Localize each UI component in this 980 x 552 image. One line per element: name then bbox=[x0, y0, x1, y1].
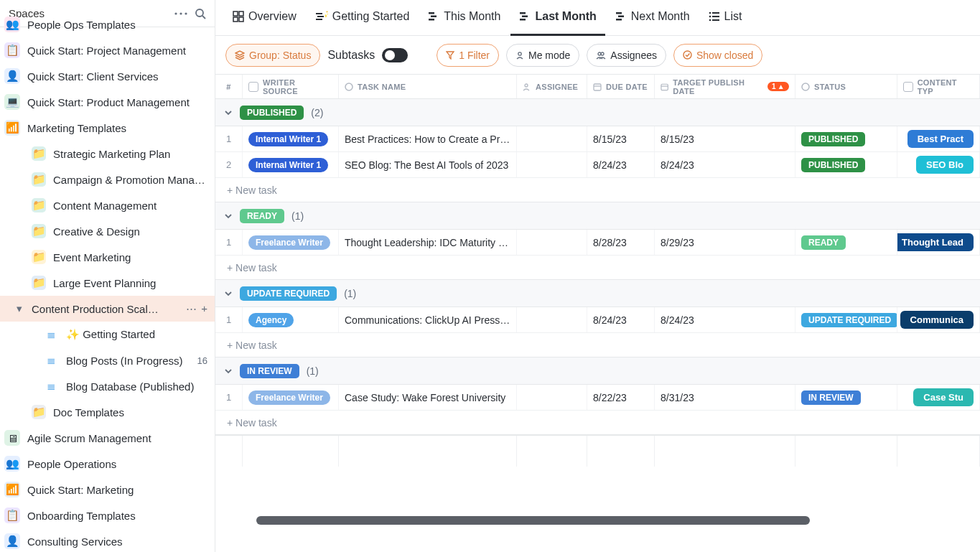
col-writer-source[interactable]: WRITER SOURCE bbox=[243, 75, 339, 98]
cell-writer-source[interactable]: Agency bbox=[243, 307, 339, 332]
col-due-date[interactable]: DUE DATE bbox=[587, 75, 655, 98]
subtasks-toggle[interactable] bbox=[382, 48, 408, 62]
table-row[interactable]: 1Freelance WriterCase Study: Wake Forest… bbox=[215, 385, 980, 411]
chevron-down-icon[interactable]: ▾ bbox=[14, 302, 24, 315]
group-header[interactable]: UPDATE REQUIRED(1) bbox=[215, 280, 980, 307]
sidebar-item[interactable]: 📋Quick Start: Project Management bbox=[0, 37, 215, 63]
cell-assignee[interactable] bbox=[517, 230, 587, 255]
cell-status[interactable]: IN REVIEW bbox=[795, 385, 897, 410]
new-task-button[interactable]: + New task bbox=[215, 411, 980, 435]
cell-due-date[interactable]: 8/28/23 bbox=[587, 230, 655, 255]
col-content-type[interactable]: CONTENT TYP bbox=[897, 75, 980, 98]
more-icon[interactable]: ⋯ bbox=[186, 302, 197, 315]
space-icon: 👤 bbox=[4, 533, 20, 549]
group-header[interactable]: IN REVIEW(1) bbox=[215, 357, 980, 385]
cell-due-date[interactable]: 8/24/23 bbox=[587, 152, 655, 177]
tab-label: Overview bbox=[248, 10, 297, 23]
new-task-button[interactable]: + New task bbox=[215, 178, 980, 202]
new-task-button[interactable]: + New task bbox=[215, 333, 980, 357]
sidebar-item[interactable]: 📁Content Management bbox=[0, 192, 215, 218]
cell-target-date[interactable]: 8/24/23 bbox=[655, 307, 795, 332]
chevron-down-icon[interactable] bbox=[224, 367, 233, 375]
cell-assignee[interactable] bbox=[517, 152, 587, 177]
cell-task-name[interactable]: Communications: ClickUp AI Press… bbox=[339, 307, 517, 332]
add-icon[interactable]: + bbox=[201, 302, 207, 315]
chevron-down-icon[interactable] bbox=[224, 108, 233, 117]
filter-button[interactable]: 1 Filter bbox=[437, 44, 499, 67]
sidebar-item[interactable]: 📁Strategic Marketing Plan bbox=[0, 141, 215, 167]
sidebar-item[interactable]: 📶Quick Start: Marketing bbox=[0, 477, 215, 502]
sidebar-item[interactable]: 👤Consulting Services bbox=[0, 528, 215, 552]
cell-content-type[interactable]: SEO Blo bbox=[897, 152, 980, 177]
sidebar-item[interactable]: 📁Large Event Planning bbox=[0, 270, 215, 296]
cell-target-date[interactable]: 8/29/23 bbox=[655, 230, 795, 255]
col-task-name[interactable]: TASK NAME bbox=[339, 75, 517, 98]
cell-assignee[interactable] bbox=[517, 126, 587, 151]
cell-task-name[interactable]: Case Study: Wake Forest University bbox=[339, 385, 517, 410]
sidebar-item[interactable]: 👥People Operations bbox=[0, 451, 215, 477]
table-row[interactable]: 2Internal Writer 1SEO Blog: The Best AI … bbox=[215, 152, 980, 178]
sidebar-item[interactable]: ≣Blog Database (Published) bbox=[0, 373, 215, 399]
cell-task-name[interactable]: SEO Blog: The Best AI Tools of 2023 bbox=[339, 152, 517, 177]
new-task-button[interactable]: + New task bbox=[215, 256, 980, 280]
group-header[interactable]: PUBLISHED(2) bbox=[215, 99, 980, 126]
cell-due-date[interactable]: 8/22/23 bbox=[587, 385, 655, 410]
view-tab[interactable]: List bbox=[700, 0, 751, 36]
sidebar-item[interactable]: ≣✨ Getting Started bbox=[0, 322, 215, 347]
cell-writer-source[interactable]: Internal Writer 1 bbox=[243, 152, 339, 177]
view-tab[interactable]: ✨Getting Started bbox=[307, 0, 419, 36]
cell-assignee[interactable] bbox=[517, 307, 587, 332]
cell-writer-source[interactable]: Freelance Writer bbox=[243, 230, 339, 255]
cell-due-date[interactable]: 8/24/23 bbox=[587, 307, 655, 332]
view-tab[interactable]: Next Month bbox=[607, 0, 699, 36]
sidebar-item[interactable]: ▾Content Production Scal…⋯+ bbox=[0, 296, 215, 322]
sidebar-item[interactable]: ≣Blog Posts (In Progress)16 bbox=[0, 347, 215, 373]
table-row[interactable]: 1Internal Writer 1Best Practices: How to… bbox=[215, 126, 980, 152]
cell-task-name[interactable]: Thought Leadership: IDC Maturity … bbox=[339, 230, 517, 255]
cell-status[interactable]: READY bbox=[795, 230, 897, 255]
view-tab[interactable]: Last Month bbox=[510, 0, 605, 36]
me-mode-button[interactable]: Me mode bbox=[506, 44, 579, 67]
cell-status[interactable]: PUBLISHED bbox=[795, 126, 897, 151]
view-tab[interactable]: This Month bbox=[419, 0, 509, 36]
cell-due-date[interactable]: 8/15/23 bbox=[587, 126, 655, 151]
view-tab[interactable]: Overview bbox=[224, 0, 305, 36]
cell-assignee[interactable] bbox=[517, 385, 587, 410]
cell-writer-source[interactable]: Freelance Writer bbox=[243, 385, 339, 410]
sidebar-item[interactable]: 🖥Agile Scrum Management bbox=[0, 425, 215, 451]
cell-target-date[interactable]: 8/31/23 bbox=[655, 385, 795, 410]
assignees-button[interactable]: Assignees bbox=[587, 44, 666, 67]
cell-content-type[interactable]: Communica bbox=[897, 307, 980, 332]
table-row[interactable]: 1Freelance WriterThought Leadership: IDC… bbox=[215, 230, 980, 256]
sidebar-item[interactable]: 📁Creative & Design bbox=[0, 218, 215, 244]
sidebar-item[interactable]: 📶Marketing Templates bbox=[0, 115, 215, 141]
cell-target-date[interactable]: 8/24/23 bbox=[655, 152, 795, 177]
group-button[interactable]: Group: Status bbox=[225, 44, 320, 67]
cell-status[interactable]: UPDATE REQUIRED bbox=[795, 307, 897, 332]
col-assignee[interactable]: ASSIGNEE bbox=[517, 75, 587, 98]
horizontal-scrollbar[interactable] bbox=[241, 516, 980, 525]
col-status[interactable]: STATUS bbox=[795, 75, 897, 98]
cell-content-type[interactable]: Case Stu bbox=[897, 385, 980, 410]
cell-content-type[interactable]: Best Pract bbox=[897, 126, 980, 151]
sidebar-item[interactable]: 👤Quick Start: Client Services bbox=[0, 63, 215, 89]
sidebar-item[interactable]: 👥People Ops Templates bbox=[0, 11, 215, 37]
table-row[interactable]: 1AgencyCommunications: ClickUp AI Press…… bbox=[215, 307, 980, 333]
sidebar-item[interactable]: 📁Campaign & Promotion Manage… bbox=[0, 167, 215, 192]
col-number[interactable]: # bbox=[215, 75, 243, 98]
cell-status[interactable]: PUBLISHED bbox=[795, 152, 897, 177]
cell-task-name[interactable]: Best Practices: How to Create a Pr… bbox=[339, 126, 517, 151]
chevron-down-icon[interactable] bbox=[224, 289, 233, 298]
cell-content-type[interactable]: Thought Lead bbox=[897, 230, 980, 255]
sidebar-item[interactable]: 📁Event Marketing bbox=[0, 244, 215, 270]
show-closed-button[interactable]: Show closed bbox=[673, 44, 762, 67]
view-tabs: Overview✨Getting StartedThis MonthLast M… bbox=[215, 0, 980, 36]
chevron-down-icon[interactable] bbox=[224, 212, 233, 220]
sidebar-item[interactable]: 💻Quick Start: Product Management bbox=[0, 89, 215, 115]
cell-writer-source[interactable]: Internal Writer 1 bbox=[243, 126, 339, 151]
cell-target-date[interactable]: 8/15/23 bbox=[655, 126, 795, 151]
sidebar-item[interactable]: 📋Onboarding Templates bbox=[0, 502, 215, 528]
group-header[interactable]: READY(1) bbox=[215, 202, 980, 230]
sidebar-item[interactable]: 📁Doc Templates bbox=[0, 399, 215, 425]
col-target-date[interactable]: TARGET PUBLISH DATE1 ▲ bbox=[655, 75, 795, 98]
